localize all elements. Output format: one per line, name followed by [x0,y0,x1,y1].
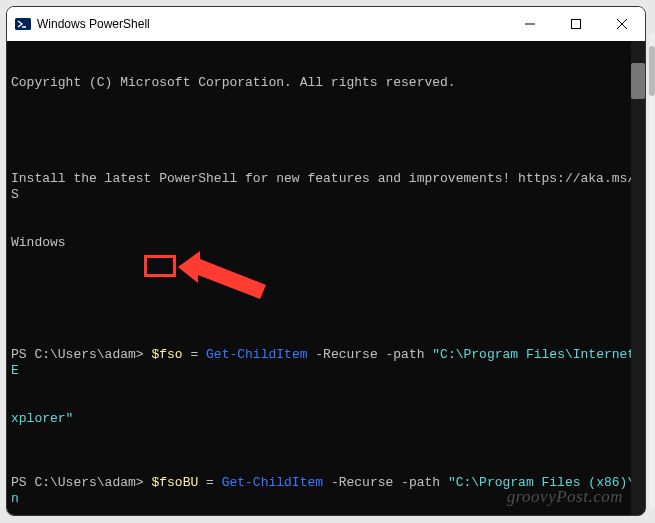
window-title: Windows PowerShell [37,17,507,31]
minimize-button[interactable] [507,7,553,41]
command-line-1-wrap: xplorer" [11,411,643,427]
watermark-text: groovyPost.com [507,489,623,505]
command-line-1: PS C:\Users\adam> $fso = Get-ChildItem -… [11,347,643,379]
install-message-1: Install the latest PowerShell for new fe… [11,171,643,203]
install-message-2: Windows [11,235,643,251]
powershell-window: Windows PowerShell Copyright (C) Microso… [6,6,646,516]
title-bar[interactable]: Windows PowerShell [7,7,645,41]
console-scrollbar[interactable] [631,41,645,515]
svg-rect-1 [572,20,581,29]
scrollbar-thumb[interactable] [631,63,645,99]
window-controls [507,7,645,41]
console-area[interactable]: Copyright (C) Microsoft Corporation. All… [7,41,645,515]
close-button[interactable] [599,7,645,41]
background-scrollbar-thumb [649,46,655,96]
copyright-text: Copyright (C) Microsoft Corporation. All… [11,75,643,91]
powershell-icon [15,16,31,32]
background-scrollbar [649,34,655,508]
maximize-button[interactable] [553,7,599,41]
